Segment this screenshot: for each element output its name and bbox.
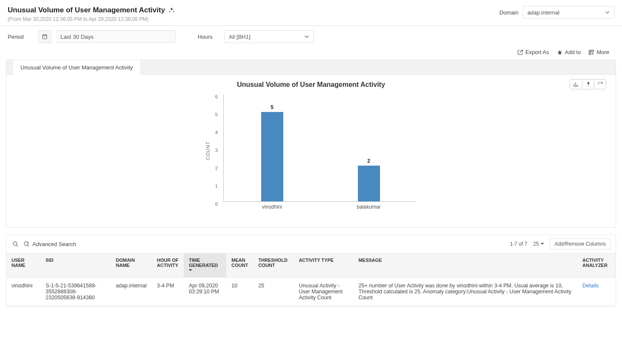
x-category-label: vinodhini: [262, 204, 282, 210]
bar[interactable]: [261, 112, 283, 201]
export-as-button[interactable]: Export As: [517, 49, 549, 55]
y-tick: 2: [215, 166, 218, 171]
domain-label: Domain: [499, 9, 518, 16]
y-tick: 5: [215, 112, 218, 117]
toolbar-right: 1-7 of 7 25 Add/Remove Columns: [510, 238, 610, 249]
search-icon[interactable]: [12, 240, 19, 248]
refresh-icon[interactable]: [594, 80, 606, 89]
col-domain-name[interactable]: DOMAIN NAME: [111, 253, 152, 278]
cell-threshold-count: 25: [253, 278, 294, 306]
domain-group: Domain adap.internal: [499, 6, 614, 19]
table-row[interactable]: vinodhiniS-1-5-21-539641588-3552888308-2…: [6, 278, 616, 306]
bar-value-label: 2: [358, 158, 380, 164]
table-section: Advanced Search 1-7 of 7 25 Add/Remove C…: [6, 235, 616, 307]
actions-row: Export As Add to More: [0, 46, 622, 60]
calendar-button[interactable]: [38, 30, 51, 43]
chevron-down-icon: [605, 10, 610, 14]
tab-bar: Unusual Volume of User Management Activi…: [6, 60, 616, 75]
hours-value: All [BH1]: [229, 34, 251, 40]
page-title: Unusual Volume of User Management Activi…: [8, 6, 175, 14]
sort-desc-icon: [189, 269, 192, 272]
chart-wrap: COUNT 01234565vinodhini2balakumar: [11, 91, 611, 210]
col-activity-type[interactable]: ACTIVITY TYPE: [294, 253, 353, 278]
tab-unusual-volume[interactable]: Unusual Volume of User Management Activi…: [12, 60, 141, 75]
table-header-row: USER NAME SID DOMAIN NAME HOUR OF ACTIVI…: [6, 253, 616, 278]
more-button[interactable]: More: [588, 49, 609, 55]
y-tick: 4: [215, 130, 218, 135]
add-remove-columns-button[interactable]: Add/Remove Columns: [550, 238, 610, 249]
page-size-select[interactable]: 25: [533, 241, 544, 247]
svg-rect-1: [592, 50, 594, 52]
col-activity-analyzer[interactable]: ACTIVITY ANALYZER: [577, 253, 616, 278]
page-title-text: Unusual Volume of User Management Activi…: [8, 6, 165, 14]
details-link[interactable]: Details: [582, 283, 599, 289]
y-tick: 6: [215, 94, 218, 99]
chevron-down-icon: [305, 34, 309, 39]
svg-point-5: [27, 242, 29, 243]
export-as-label: Export As: [525, 49, 549, 55]
cell-hour-of-activity: 3-4 PM: [152, 278, 184, 306]
cell-activity-type: Unusual Activity - User Management Activ…: [294, 278, 353, 306]
chart: 01234565vinodhini2balakumar: [212, 91, 417, 210]
chart-panel: Unusual Volume of User Management Activi…: [6, 75, 616, 228]
cell-time-generated: Apr 09,2020 03:29:10 PM: [184, 278, 226, 306]
header: Unusual Volume of User Management Activi…: [0, 0, 622, 26]
cell-message: 25+ number of User Activity was done by …: [353, 278, 577, 306]
col-sid[interactable]: SID: [40, 253, 111, 278]
table-toolbar: Advanced Search 1-7 of 7 25 Add/Remove C…: [6, 235, 616, 253]
cell-sid: S-1-5-21-539641588-3552888308-2320505638…: [40, 278, 111, 306]
hours-label: Hours: [198, 34, 219, 40]
bar-value-label: 5: [261, 104, 283, 110]
svg-point-3: [13, 241, 17, 245]
results-table: USER NAME SID DOMAIN NAME HOUR OF ACTIVI…: [6, 253, 616, 306]
filters-row: Period Hours All [BH1]: [0, 26, 622, 46]
x-category-label: balakumar: [357, 204, 380, 210]
header-left: Unusual Volume of User Management Activi…: [8, 6, 175, 22]
domain-select[interactable]: adap.internal: [523, 6, 614, 19]
cell-mean-count: 10: [226, 278, 253, 306]
cell-domain-name: adap.internal: [111, 278, 152, 306]
add-to-button[interactable]: Add to: [557, 49, 581, 55]
svg-rect-0: [589, 50, 591, 52]
col-message[interactable]: MESSAGE: [353, 253, 577, 278]
col-time-generated[interactable]: TIME GENERATED: [184, 253, 226, 278]
col-threshold-count[interactable]: THRESHOLD COUNT: [253, 253, 294, 278]
svg-point-4: [24, 241, 28, 245]
sparkle-icon: [168, 7, 175, 14]
y-axis-label: COUNT: [205, 138, 210, 163]
y-tick: 1: [215, 183, 218, 189]
advanced-search-label: Advanced Search: [32, 241, 76, 247]
page-subtitle: (From Mar 30,2020 12:36:05 PM to Apr 29,…: [8, 16, 175, 22]
chart-type-icon[interactable]: [570, 80, 582, 89]
bar[interactable]: [358, 166, 380, 201]
chart-toolbar: [570, 79, 606, 89]
svg-rect-2: [589, 53, 591, 54]
add-to-label: Add to: [565, 49, 581, 55]
col-mean-count[interactable]: MEAN COUNT: [226, 253, 253, 278]
cell-activity-analyzer: Details: [577, 278, 616, 306]
toolbar-left: Advanced Search: [12, 240, 76, 248]
col-hour-of-activity[interactable]: HOUR OF ACTIVITY: [152, 253, 184, 278]
cell-user-name: vinodhini: [6, 278, 40, 306]
y-tick: 0: [215, 201, 218, 206]
col-user-name[interactable]: USER NAME: [6, 253, 40, 278]
pagination-status: 1-7 of 7: [510, 241, 527, 247]
chart-title: Unusual Volume of User Management Activi…: [11, 81, 611, 89]
domain-value: adap.internal: [527, 9, 559, 16]
page-size-value: 25: [533, 241, 539, 247]
tab-label: Unusual Volume of User Management Activi…: [20, 64, 133, 71]
columns-button-label: Add/Remove Columns: [555, 241, 606, 247]
more-label: More: [596, 49, 609, 55]
plot-area: 01234565vinodhini2balakumar: [223, 95, 417, 202]
advanced-search-button[interactable]: Advanced Search: [23, 241, 76, 247]
period-label: Period: [8, 34, 33, 40]
hours-select[interactable]: All [BH1]: [224, 30, 314, 43]
y-tick: 3: [215, 148, 218, 153]
pin-icon[interactable]: [582, 80, 594, 89]
period-input[interactable]: [56, 30, 176, 43]
